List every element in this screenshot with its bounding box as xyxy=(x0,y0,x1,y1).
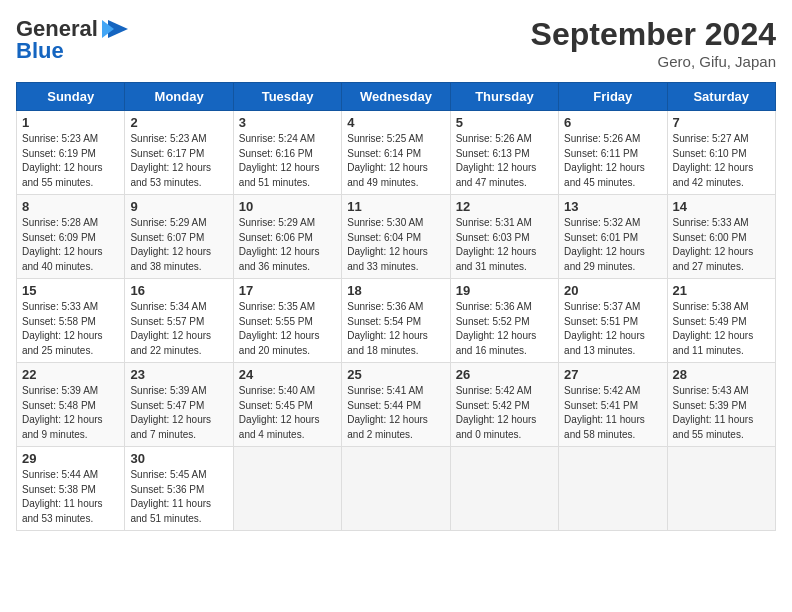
day-info: Sunrise: 5:26 AMSunset: 6:11 PMDaylight:… xyxy=(564,132,661,190)
calendar-day-cell: 22Sunrise: 5:39 AMSunset: 5:48 PMDayligh… xyxy=(17,363,125,447)
calendar-week-row: 29Sunrise: 5:44 AMSunset: 5:38 PMDayligh… xyxy=(17,447,776,531)
day-number: 29 xyxy=(22,451,119,466)
calendar-day-cell: 8Sunrise: 5:28 AMSunset: 6:09 PMDaylight… xyxy=(17,195,125,279)
calendar-week-row: 1Sunrise: 5:23 AMSunset: 6:19 PMDaylight… xyxy=(17,111,776,195)
day-number: 1 xyxy=(22,115,119,130)
day-info: Sunrise: 5:33 AMSunset: 5:58 PMDaylight:… xyxy=(22,300,119,358)
calendar-day-cell: 6Sunrise: 5:26 AMSunset: 6:11 PMDaylight… xyxy=(559,111,667,195)
calendar-day-cell: 11Sunrise: 5:30 AMSunset: 6:04 PMDayligh… xyxy=(342,195,450,279)
calendar-week-row: 22Sunrise: 5:39 AMSunset: 5:48 PMDayligh… xyxy=(17,363,776,447)
calendar-day-cell: 12Sunrise: 5:31 AMSunset: 6:03 PMDayligh… xyxy=(450,195,558,279)
day-number: 14 xyxy=(673,199,770,214)
calendar-day-cell: 20Sunrise: 5:37 AMSunset: 5:51 PMDayligh… xyxy=(559,279,667,363)
day-info: Sunrise: 5:40 AMSunset: 5:45 PMDaylight:… xyxy=(239,384,336,442)
day-info: Sunrise: 5:37 AMSunset: 5:51 PMDaylight:… xyxy=(564,300,661,358)
calendar-day-cell: 14Sunrise: 5:33 AMSunset: 6:00 PMDayligh… xyxy=(667,195,775,279)
day-info: Sunrise: 5:29 AMSunset: 6:07 PMDaylight:… xyxy=(130,216,227,274)
day-info: Sunrise: 5:42 AMSunset: 5:42 PMDaylight:… xyxy=(456,384,553,442)
calendar-week-row: 15Sunrise: 5:33 AMSunset: 5:58 PMDayligh… xyxy=(17,279,776,363)
calendar-day-cell: 7Sunrise: 5:27 AMSunset: 6:10 PMDaylight… xyxy=(667,111,775,195)
day-number: 24 xyxy=(239,367,336,382)
day-info: Sunrise: 5:36 AMSunset: 5:54 PMDaylight:… xyxy=(347,300,444,358)
col-header-wednesday: Wednesday xyxy=(342,83,450,111)
day-info: Sunrise: 5:41 AMSunset: 5:44 PMDaylight:… xyxy=(347,384,444,442)
day-info: Sunrise: 5:36 AMSunset: 5:52 PMDaylight:… xyxy=(456,300,553,358)
calendar-day-cell: 29Sunrise: 5:44 AMSunset: 5:38 PMDayligh… xyxy=(17,447,125,531)
day-number: 27 xyxy=(564,367,661,382)
day-info: Sunrise: 5:31 AMSunset: 6:03 PMDaylight:… xyxy=(456,216,553,274)
day-info: Sunrise: 5:39 AMSunset: 5:48 PMDaylight:… xyxy=(22,384,119,442)
day-number: 16 xyxy=(130,283,227,298)
day-info: Sunrise: 5:42 AMSunset: 5:41 PMDaylight:… xyxy=(564,384,661,442)
calendar-day-cell: 17Sunrise: 5:35 AMSunset: 5:55 PMDayligh… xyxy=(233,279,341,363)
location: Gero, Gifu, Japan xyxy=(531,53,776,70)
day-number: 5 xyxy=(456,115,553,130)
calendar-day-cell: 13Sunrise: 5:32 AMSunset: 6:01 PMDayligh… xyxy=(559,195,667,279)
month-title: September 2024 xyxy=(531,16,776,53)
day-number: 23 xyxy=(130,367,227,382)
calendar-day-cell: 16Sunrise: 5:34 AMSunset: 5:57 PMDayligh… xyxy=(125,279,233,363)
col-header-friday: Friday xyxy=(559,83,667,111)
day-info: Sunrise: 5:23 AMSunset: 6:17 PMDaylight:… xyxy=(130,132,227,190)
day-info: Sunrise: 5:33 AMSunset: 6:00 PMDaylight:… xyxy=(673,216,770,274)
calendar-day-cell xyxy=(342,447,450,531)
calendar-day-cell xyxy=(450,447,558,531)
calendar-day-cell: 3Sunrise: 5:24 AMSunset: 6:16 PMDaylight… xyxy=(233,111,341,195)
day-number: 21 xyxy=(673,283,770,298)
day-number: 8 xyxy=(22,199,119,214)
logo-icon xyxy=(100,18,132,40)
day-number: 26 xyxy=(456,367,553,382)
calendar-day-cell: 28Sunrise: 5:43 AMSunset: 5:39 PMDayligh… xyxy=(667,363,775,447)
day-number: 4 xyxy=(347,115,444,130)
calendar-day-cell: 19Sunrise: 5:36 AMSunset: 5:52 PMDayligh… xyxy=(450,279,558,363)
calendar-table: SundayMondayTuesdayWednesdayThursdayFrid… xyxy=(16,82,776,531)
day-number: 20 xyxy=(564,283,661,298)
calendar-day-cell: 2Sunrise: 5:23 AMSunset: 6:17 PMDaylight… xyxy=(125,111,233,195)
col-header-thursday: Thursday xyxy=(450,83,558,111)
calendar-day-cell: 18Sunrise: 5:36 AMSunset: 5:54 PMDayligh… xyxy=(342,279,450,363)
calendar-day-cell xyxy=(559,447,667,531)
logo-blue: Blue xyxy=(16,38,64,64)
calendar-day-cell: 30Sunrise: 5:45 AMSunset: 5:36 PMDayligh… xyxy=(125,447,233,531)
day-number: 25 xyxy=(347,367,444,382)
day-number: 18 xyxy=(347,283,444,298)
col-header-monday: Monday xyxy=(125,83,233,111)
calendar-day-cell xyxy=(233,447,341,531)
day-info: Sunrise: 5:39 AMSunset: 5:47 PMDaylight:… xyxy=(130,384,227,442)
day-number: 3 xyxy=(239,115,336,130)
calendar-day-cell: 25Sunrise: 5:41 AMSunset: 5:44 PMDayligh… xyxy=(342,363,450,447)
calendar-day-cell: 10Sunrise: 5:29 AMSunset: 6:06 PMDayligh… xyxy=(233,195,341,279)
day-info: Sunrise: 5:24 AMSunset: 6:16 PMDaylight:… xyxy=(239,132,336,190)
day-info: Sunrise: 5:25 AMSunset: 6:14 PMDaylight:… xyxy=(347,132,444,190)
calendar-day-cell: 1Sunrise: 5:23 AMSunset: 6:19 PMDaylight… xyxy=(17,111,125,195)
calendar-day-cell: 15Sunrise: 5:33 AMSunset: 5:58 PMDayligh… xyxy=(17,279,125,363)
day-info: Sunrise: 5:38 AMSunset: 5:49 PMDaylight:… xyxy=(673,300,770,358)
day-info: Sunrise: 5:45 AMSunset: 5:36 PMDaylight:… xyxy=(130,468,227,526)
day-number: 2 xyxy=(130,115,227,130)
calendar-day-cell: 5Sunrise: 5:26 AMSunset: 6:13 PMDaylight… xyxy=(450,111,558,195)
day-number: 9 xyxy=(130,199,227,214)
day-number: 10 xyxy=(239,199,336,214)
day-number: 6 xyxy=(564,115,661,130)
day-info: Sunrise: 5:32 AMSunset: 6:01 PMDaylight:… xyxy=(564,216,661,274)
day-info: Sunrise: 5:28 AMSunset: 6:09 PMDaylight:… xyxy=(22,216,119,274)
day-info: Sunrise: 5:27 AMSunset: 6:10 PMDaylight:… xyxy=(673,132,770,190)
logo: General Blue xyxy=(16,16,132,64)
day-info: Sunrise: 5:26 AMSunset: 6:13 PMDaylight:… xyxy=(456,132,553,190)
calendar-day-cell: 23Sunrise: 5:39 AMSunset: 5:47 PMDayligh… xyxy=(125,363,233,447)
day-number: 28 xyxy=(673,367,770,382)
calendar-day-cell: 4Sunrise: 5:25 AMSunset: 6:14 PMDaylight… xyxy=(342,111,450,195)
col-header-saturday: Saturday xyxy=(667,83,775,111)
page-header: General Blue September 2024 Gero, Gifu, … xyxy=(16,16,776,70)
day-number: 15 xyxy=(22,283,119,298)
col-header-sunday: Sunday xyxy=(17,83,125,111)
calendar-day-cell: 9Sunrise: 5:29 AMSunset: 6:07 PMDaylight… xyxy=(125,195,233,279)
day-info: Sunrise: 5:34 AMSunset: 5:57 PMDaylight:… xyxy=(130,300,227,358)
calendar-day-cell: 26Sunrise: 5:42 AMSunset: 5:42 PMDayligh… xyxy=(450,363,558,447)
day-info: Sunrise: 5:35 AMSunset: 5:55 PMDaylight:… xyxy=(239,300,336,358)
day-number: 30 xyxy=(130,451,227,466)
day-info: Sunrise: 5:29 AMSunset: 6:06 PMDaylight:… xyxy=(239,216,336,274)
day-info: Sunrise: 5:44 AMSunset: 5:38 PMDaylight:… xyxy=(22,468,119,526)
day-info: Sunrise: 5:43 AMSunset: 5:39 PMDaylight:… xyxy=(673,384,770,442)
calendar-header-row: SundayMondayTuesdayWednesdayThursdayFrid… xyxy=(17,83,776,111)
